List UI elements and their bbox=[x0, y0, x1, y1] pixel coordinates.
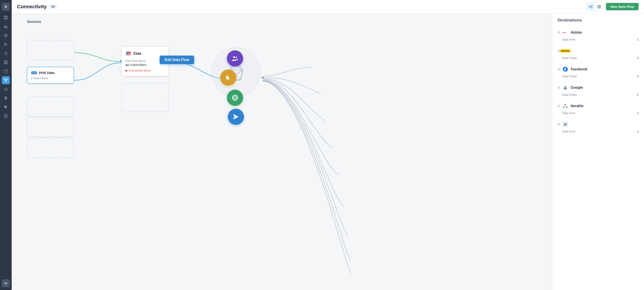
svg-point-48 bbox=[563, 106, 564, 108]
count-badge: 14 bbox=[49, 4, 56, 9]
source-placeholder-3 bbox=[27, 117, 74, 137]
pos-data-node[interactable]: POS POS Data 2 Data Flows bbox=[27, 67, 74, 84]
adobe-header: Adobe Adobe bbox=[558, 29, 638, 36]
flow-name-value: api subscribers bbox=[125, 63, 165, 66]
pos-data-header: POS POS Data bbox=[31, 71, 70, 75]
source-placeholder-4 bbox=[27, 138, 74, 158]
zeta-card-header: Zeta ··· bbox=[125, 50, 165, 57]
sidebar-item-tag[interactable] bbox=[2, 103, 10, 111]
attentive-flow-count: 2 bbox=[637, 56, 638, 60]
sidebar-item-users[interactable] bbox=[2, 49, 10, 57]
dest-item-adobe[interactable]: Adobe Adobe Data Flow 1 bbox=[552, 26, 644, 45]
adobe-name: Adobe bbox=[571, 30, 582, 34]
attentive-logo-icon: attentive bbox=[560, 49, 571, 52]
sidebar-item-book[interactable] bbox=[2, 112, 10, 120]
sidebar-item-bell[interactable] bbox=[2, 94, 10, 102]
sidebar-item-grid[interactable] bbox=[2, 13, 10, 21]
google-dot bbox=[558, 86, 560, 89]
facebook-flow-count: 2 bbox=[637, 75, 638, 78]
error-text: Connection Error bbox=[128, 69, 150, 72]
edit-data-flow-button[interactable]: Edit Data Flow bbox=[160, 56, 194, 64]
iterable-logo-container bbox=[562, 103, 568, 109]
svg-rect-7 bbox=[7, 26, 8, 28]
zeta-menu-icon[interactable]: ··· bbox=[160, 51, 165, 56]
adobe-logo-container: Adobe bbox=[562, 29, 568, 36]
svg-rect-2 bbox=[6, 16, 8, 17]
dest-item-attentive[interactable]: attentive Data Flows 2 bbox=[552, 45, 644, 63]
svg-point-16 bbox=[4, 79, 6, 80]
dest-item-iterable[interactable]: Iterable Data Flow 1 bbox=[552, 100, 644, 118]
svg-point-23 bbox=[591, 7, 592, 8]
graph-view-button[interactable] bbox=[586, 3, 595, 11]
adobe-dot bbox=[558, 31, 560, 34]
svg-rect-3 bbox=[4, 18, 6, 19]
sidebar-logo bbox=[2, 3, 10, 11]
people-icon-circle[interactable] bbox=[227, 50, 243, 66]
last-dest-flow-count: 1 bbox=[637, 130, 638, 133]
last-dest-dot bbox=[558, 123, 560, 125]
dest-item-last[interactable]: Data Flow 1 bbox=[552, 118, 644, 136]
destinations-panel: Destinations Adobe Adobe Data Flow bbox=[552, 13, 644, 290]
sidebar-item-connectivity[interactable] bbox=[2, 76, 10, 84]
adobe-flow-count: 1 bbox=[637, 38, 638, 41]
list-view-button[interactable] bbox=[595, 3, 604, 11]
svg-point-49 bbox=[566, 106, 568, 108]
iterable-logo-icon bbox=[562, 103, 568, 109]
google-flow-count: 2 bbox=[637, 93, 638, 96]
sidebar-item-chart[interactable] bbox=[2, 22, 10, 30]
svg-rect-14 bbox=[4, 63, 8, 64]
zeta-logo-icon bbox=[125, 50, 132, 57]
page-header: Connectivity 14 bbox=[12, 0, 644, 13]
svg-point-10 bbox=[5, 52, 6, 53]
google-flows-row: Data Flows 2 bbox=[562, 93, 638, 96]
attentive-logo-container: attentive bbox=[562, 48, 568, 54]
facebook-name: Facebook bbox=[571, 67, 588, 71]
sidebar-item-calendar[interactable] bbox=[2, 67, 10, 75]
google-name: Google bbox=[571, 86, 583, 90]
user-avatar[interactable]: ZE bbox=[2, 279, 10, 287]
sidebar-item-grid2[interactable] bbox=[2, 58, 10, 66]
last-dest-header bbox=[558, 121, 638, 128]
cursor-icon-circle[interactable] bbox=[220, 69, 236, 86]
svg-point-8 bbox=[4, 34, 8, 37]
last-dest-logo-container bbox=[562, 121, 568, 128]
new-data-flow-button[interactable]: New Data Flow bbox=[606, 3, 638, 10]
svg-point-47 bbox=[564, 104, 566, 106]
facebook-dot bbox=[558, 68, 560, 70]
iterable-flows-row: Data Flow 1 bbox=[562, 111, 638, 115]
sources-label: Sources bbox=[27, 20, 41, 24]
send-icon-circle[interactable] bbox=[228, 109, 244, 125]
header-actions: New Data Flow bbox=[586, 2, 638, 11]
svg-point-29 bbox=[261, 76, 264, 79]
iterable-name: Iterable bbox=[571, 104, 584, 108]
google-flow-label: Data Flows bbox=[562, 93, 577, 96]
sidebar-item-circle[interactable] bbox=[2, 31, 10, 39]
svg-point-9 bbox=[5, 35, 6, 36]
main-content: Connectivity 14 bbox=[12, 0, 644, 290]
last-dest-flow-label: Data Flow bbox=[562, 130, 576, 133]
svg-rect-4 bbox=[6, 18, 8, 19]
svg-point-37 bbox=[236, 57, 237, 58]
flow-name-label: Data Flow Name bbox=[125, 59, 165, 62]
attentive-header: attentive bbox=[558, 48, 638, 54]
target-icon-circle[interactable] bbox=[227, 90, 243, 106]
svg-rect-13 bbox=[4, 62, 8, 63]
sidebar-item-layers[interactable] bbox=[2, 85, 10, 93]
dest-item-facebook[interactable]: Facebook Data Flows 2 bbox=[552, 63, 644, 81]
svg-point-36 bbox=[233, 56, 235, 58]
pos-data-title: POS Data bbox=[39, 71, 54, 75]
svg-point-19 bbox=[5, 106, 6, 107]
pos-data-flows: 2 Data Flows bbox=[31, 76, 70, 80]
canvas-area: Sources bbox=[12, 13, 644, 290]
svg-rect-24 bbox=[597, 5, 601, 6]
page-title: Connectivity bbox=[17, 4, 47, 10]
error-dot-icon bbox=[125, 70, 127, 71]
sidebar-item-send[interactable] bbox=[2, 40, 10, 48]
connection-lines bbox=[12, 13, 644, 290]
svg-point-18 bbox=[6, 81, 6, 82]
google-logo-icon bbox=[562, 85, 568, 90]
facebook-header: Facebook bbox=[558, 66, 638, 72]
pos-logo: POS bbox=[31, 71, 37, 75]
dest-item-google[interactable]: Google Data Flows 2 bbox=[552, 81, 644, 100]
iterable-dot bbox=[558, 105, 560, 107]
